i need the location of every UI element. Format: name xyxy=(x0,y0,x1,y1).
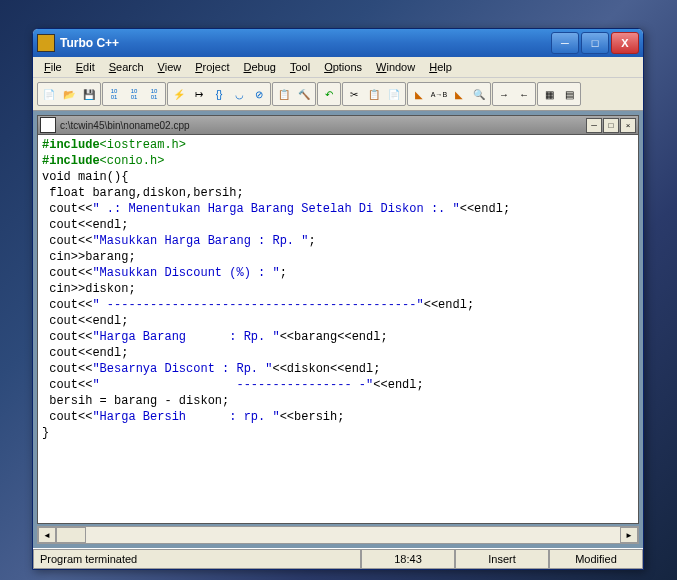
binary2-icon[interactable]: 1001 xyxy=(124,84,144,104)
status-position: 18:43 xyxy=(361,549,455,569)
document-titlebar[interactable]: c:\tcwin45\bin\noname02.cpp ─ □ × xyxy=(37,115,639,135)
undo-icon[interactable]: ↶ xyxy=(319,84,339,104)
menu-options[interactable]: Options xyxy=(317,59,369,75)
status-message: Program terminated xyxy=(33,549,361,569)
maximize-button[interactable]: □ xyxy=(581,32,609,54)
goto-icon[interactable]: → xyxy=(494,84,514,104)
horizontal-scrollbar[interactable]: ◄ ► xyxy=(37,526,639,544)
window-title: Turbo C++ xyxy=(60,36,549,50)
toolbar: 📄 📂 💾 1001 1001 1001 ⚡ ↦ {} ◡ ⊘ 📋 🔨 ↶ ✂ … xyxy=(33,78,643,111)
binary1-icon[interactable]: 1001 xyxy=(104,84,124,104)
menu-file[interactable]: File xyxy=(37,59,69,75)
prev-icon[interactable]: ← xyxy=(514,84,534,104)
app-icon xyxy=(37,34,55,52)
menu-view[interactable]: View xyxy=(151,59,189,75)
step-icon[interactable]: ↦ xyxy=(189,84,209,104)
run-icon[interactable]: ⚡ xyxy=(169,84,189,104)
minimize-button[interactable]: ─ xyxy=(551,32,579,54)
watch-icon[interactable]: ◡ xyxy=(229,84,249,104)
open-file-icon[interactable]: 📂 xyxy=(59,84,79,104)
build-icon[interactable]: 🔨 xyxy=(294,84,314,104)
menubar: File Edit Search View Project Debug Tool… xyxy=(33,57,643,78)
main-window: Turbo C++ ─ □ X File Edit Search View Pr… xyxy=(32,28,644,570)
doc-close-button[interactable]: × xyxy=(620,118,636,133)
scroll-thumb[interactable] xyxy=(56,527,86,543)
client-area: c:\tcwin45\bin\noname02.cpp ─ □ × #inclu… xyxy=(33,111,643,548)
close-button[interactable]: X xyxy=(611,32,639,54)
trace-icon[interactable]: {} xyxy=(209,84,229,104)
scroll-track[interactable] xyxy=(56,527,620,543)
brush1-icon[interactable]: ◣ xyxy=(409,84,429,104)
window2-icon[interactable]: ▤ xyxy=(559,84,579,104)
compile-icon[interactable]: 📋 xyxy=(274,84,294,104)
menu-project[interactable]: Project xyxy=(188,59,236,75)
paste-icon[interactable]: 📄 xyxy=(384,84,404,104)
statusbar: Program terminated 18:43 Insert Modified xyxy=(33,548,643,569)
replace-icon[interactable]: A→B xyxy=(429,84,449,104)
status-modified: Modified xyxy=(549,549,643,569)
document-path: c:\tcwin45\bin\noname02.cpp xyxy=(60,120,585,131)
save-file-icon[interactable]: 💾 xyxy=(79,84,99,104)
doc-minimize-button[interactable]: ─ xyxy=(586,118,602,133)
menu-window[interactable]: Window xyxy=(369,59,422,75)
menu-debug[interactable]: Debug xyxy=(237,59,283,75)
brush2-icon[interactable]: ◣ xyxy=(449,84,469,104)
menu-edit[interactable]: Edit xyxy=(69,59,102,75)
document-icon xyxy=(40,117,56,133)
menu-help[interactable]: Help xyxy=(422,59,459,75)
stop-icon[interactable]: ⊘ xyxy=(249,84,269,104)
find-icon[interactable]: 🔍 xyxy=(469,84,489,104)
copy-icon[interactable]: 📋 xyxy=(364,84,384,104)
new-file-icon[interactable]: 📄 xyxy=(39,84,59,104)
window1-icon[interactable]: ▦ xyxy=(539,84,559,104)
code-editor[interactable]: #include<iostream.h> #include<conio.h> v… xyxy=(37,135,639,524)
scroll-left-button[interactable]: ◄ xyxy=(38,527,56,543)
cut-icon[interactable]: ✂ xyxy=(344,84,364,104)
menu-search[interactable]: Search xyxy=(102,59,151,75)
menu-tool[interactable]: Tool xyxy=(283,59,317,75)
binary3-icon[interactable]: 1001 xyxy=(144,84,164,104)
status-mode: Insert xyxy=(455,549,549,569)
titlebar[interactable]: Turbo C++ ─ □ X xyxy=(33,29,643,57)
scroll-right-button[interactable]: ► xyxy=(620,527,638,543)
doc-maximize-button[interactable]: □ xyxy=(603,118,619,133)
